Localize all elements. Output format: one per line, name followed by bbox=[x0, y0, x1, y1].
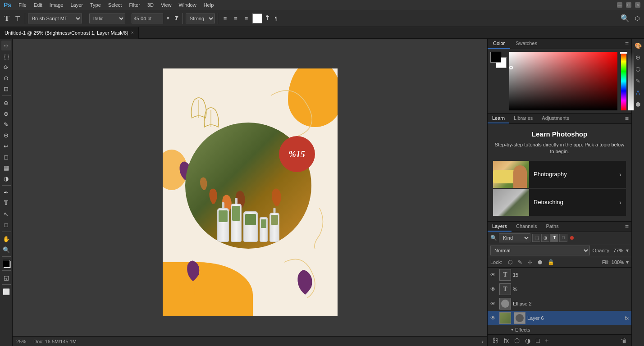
crop-tool[interactable]: ⊡ bbox=[1, 84, 11, 94]
character-panel-button[interactable]: ¶ bbox=[273, 15, 279, 22]
clone-tool[interactable]: ⊕ bbox=[1, 130, 11, 140]
close-button[interactable]: × bbox=[635, 2, 640, 8]
anti-alias-select[interactable]: Strong bbox=[186, 14, 215, 23]
filter-type-btn[interactable]: T bbox=[550, 234, 558, 242]
swatches-panel-icon[interactable]: ⬡ bbox=[633, 64, 643, 74]
learn-card-retouching[interactable]: Retouching › bbox=[493, 189, 626, 216]
menu-edit[interactable]: Edit bbox=[34, 2, 42, 8]
warp-text-button[interactable]: T̃ bbox=[264, 14, 271, 22]
tab-paths[interactable]: Paths bbox=[542, 222, 563, 232]
menu-select[interactable]: Select bbox=[108, 2, 122, 8]
align-left-button[interactable]: ≡ bbox=[221, 14, 230, 23]
layer-visibility-15[interactable]: 👁 bbox=[490, 272, 498, 278]
healing-tool[interactable]: ⊕ bbox=[1, 109, 11, 118]
align-right-button[interactable]: ≡ bbox=[242, 14, 251, 23]
layer-row-ellipse2[interactable]: 👁 Ellipse 2 bbox=[488, 296, 631, 311]
marquee-tool[interactable]: ⬚ bbox=[1, 51, 11, 61]
menu-image[interactable]: Image bbox=[50, 2, 64, 8]
menu-3d[interactable]: 3D bbox=[147, 2, 154, 8]
lock-image-button[interactable]: ✎ bbox=[516, 258, 524, 266]
lasso-tool[interactable]: ⟳ bbox=[1, 62, 11, 72]
menu-filter[interactable]: Filter bbox=[129, 2, 140, 8]
opacity-arrow[interactable]: ▾ bbox=[626, 247, 629, 254]
layer-group-button[interactable]: □ bbox=[534, 336, 541, 345]
layer-style-button[interactable]: fx bbox=[502, 336, 511, 345]
font-size-toggle-button[interactable]: ▾ bbox=[165, 14, 171, 22]
font-name-select[interactable]: Brush Script MT bbox=[28, 14, 82, 23]
path-select-tool[interactable]: ↖ bbox=[1, 209, 11, 219]
layer-fx-icon[interactable]: fx bbox=[625, 315, 629, 321]
filter-pixel-btn[interactable]: ⬚ bbox=[532, 234, 540, 242]
minimize-button[interactable]: — bbox=[617, 2, 622, 8]
menu-window[interactable]: Window bbox=[179, 2, 196, 8]
menu-help[interactable]: Help bbox=[204, 2, 214, 8]
font-size-input[interactable] bbox=[132, 14, 163, 23]
layer-effects-row[interactable]: ▾ Effects bbox=[488, 325, 631, 334]
layer-visibility-percent[interactable]: 👁 bbox=[490, 286, 498, 292]
text-orientation-button[interactable]: ⊤ bbox=[13, 14, 22, 23]
tab-channels[interactable]: Channels bbox=[512, 222, 541, 232]
gradient-tool[interactable]: ▦ bbox=[1, 163, 11, 173]
search-button[interactable]: 🔍 bbox=[619, 13, 631, 23]
layer-row-layer6[interactable]: 👁 Layer 6 fx bbox=[488, 311, 631, 325]
color-swatches[interactable] bbox=[1, 259, 11, 269]
opacity-bar[interactable] bbox=[628, 52, 634, 110]
tab-color[interactable]: Color bbox=[488, 39, 510, 49]
menu-view[interactable]: View bbox=[161, 2, 172, 8]
tab-libraries[interactable]: Libraries bbox=[509, 114, 537, 123]
menu-file[interactable]: File bbox=[18, 2, 27, 8]
quick-select-tool[interactable]: ⊙ bbox=[1, 73, 11, 83]
fill-value[interactable]: 100% bbox=[612, 260, 624, 265]
learn-panel-menu-icon[interactable]: ≡ bbox=[625, 115, 629, 122]
text-color-swatch[interactable] bbox=[252, 14, 262, 23]
eraser-tool[interactable]: ◻ bbox=[1, 152, 11, 162]
menu-type[interactable]: Type bbox=[90, 2, 101, 8]
filter-shape-btn[interactable]: □ bbox=[559, 234, 567, 242]
move-tool[interactable]: ⊹ bbox=[1, 41, 11, 50]
document-tab-close[interactable]: × bbox=[131, 30, 134, 35]
lock-position-button[interactable]: ⊹ bbox=[526, 258, 534, 266]
hue-bar[interactable] bbox=[621, 52, 626, 110]
color-panel-menu-icon[interactable]: ≡ bbox=[625, 40, 629, 47]
lock-transparent-button[interactable]: ⬡ bbox=[507, 258, 514, 266]
layers-panel-menu-icon[interactable]: ≡ bbox=[625, 223, 629, 230]
tab-learn[interactable]: Learn bbox=[488, 114, 509, 123]
link-layers-button[interactable]: ⛓ bbox=[490, 336, 500, 345]
filter-kind-select[interactable]: Kind bbox=[499, 233, 530, 242]
3d-panel-icon[interactable]: ⬢ bbox=[633, 99, 643, 109]
document-tab[interactable]: Untitled-1 @ 25% (Brightness/Contrast 1,… bbox=[0, 27, 139, 39]
layer-mask-button[interactable]: ⬡ bbox=[512, 336, 521, 345]
screen-mode-button[interactable]: ⬜ bbox=[1, 287, 11, 296]
layer-visibility-ellipse2[interactable]: 👁 bbox=[490, 300, 498, 307]
maximize-button[interactable]: □ bbox=[626, 2, 631, 8]
layer-visibility-layer6[interactable]: 👁 bbox=[490, 315, 498, 321]
eyedropper-tool[interactable]: ⊕ bbox=[1, 98, 11, 108]
learn-card-photography[interactable]: Photography › bbox=[493, 161, 626, 188]
layer-row-15[interactable]: 👁 T 15 bbox=[488, 268, 631, 282]
menu-layer[interactable]: Layer bbox=[70, 2, 83, 8]
foreground-color-swatch[interactable] bbox=[3, 260, 10, 267]
foreground-color-box[interactable] bbox=[490, 52, 501, 63]
tab-adjustments[interactable]: Adjustments bbox=[537, 114, 574, 123]
font-style-select[interactable]: Italic bbox=[89, 14, 125, 23]
quick-mask-button[interactable]: ◱ bbox=[1, 273, 11, 282]
color-gradient-picker[interactable] bbox=[509, 52, 617, 110]
lock-artboard-button[interactable]: ⬢ bbox=[536, 258, 544, 266]
properties-panel-icon[interactable]: ⊕ bbox=[633, 52, 643, 62]
history-brush-tool[interactable]: ↩ bbox=[1, 141, 11, 151]
new-layer-button[interactable]: + bbox=[543, 336, 550, 345]
blend-mode-select[interactable]: Normal bbox=[490, 246, 590, 255]
opacity-value[interactable]: 77% bbox=[613, 248, 623, 253]
type-tool[interactable]: T bbox=[1, 198, 11, 208]
zoom-tool[interactable]: 🔍 bbox=[1, 245, 11, 255]
shape-tool[interactable]: □ bbox=[1, 220, 11, 230]
brush-tool[interactable]: ✎ bbox=[1, 119, 11, 129]
text-tool-button[interactable]: T bbox=[3, 14, 11, 23]
canvas-scroll-indicator[interactable]: › bbox=[482, 339, 484, 344]
dodge-tool[interactable]: ◑ bbox=[1, 173, 11, 183]
color-panel-icon[interactable]: 🎨 bbox=[633, 41, 643, 50]
lock-all-button[interactable]: 🔒 bbox=[546, 258, 556, 266]
pen-tool[interactable]: ✒ bbox=[1, 187, 11, 197]
layer-row-percent[interactable]: 👁 T % bbox=[488, 282, 631, 296]
fill-arrow[interactable]: ▾ bbox=[626, 259, 629, 265]
